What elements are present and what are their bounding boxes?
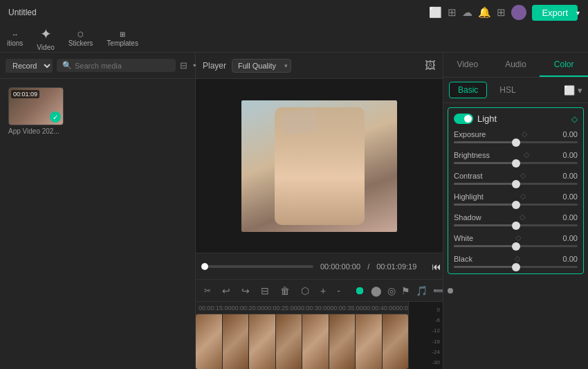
- undo-tool[interactable]: ↩: [219, 284, 233, 298]
- light-diamond-icon[interactable]: ◇: [571, 114, 578, 124]
- toolbar-transitions[interactable]: ↔ itions: [7, 30, 23, 47]
- ruler-mark: 00:00:30:00: [297, 305, 331, 312]
- marker-tool[interactable]: ⚑: [401, 285, 410, 296]
- light-header: Light ◇: [454, 114, 578, 124]
- brightness-slider[interactable]: [454, 162, 578, 164]
- highlight-label: Highlight: [454, 192, 484, 201]
- media-name: App Video 202...: [8, 127, 64, 135]
- brightness-row: Brightness ◇ 0.00: [454, 150, 578, 164]
- compare-icon[interactable]: ⬜: [564, 85, 575, 96]
- toolbar-effects[interactable]: ✦ Video: [37, 26, 54, 51]
- white-slider[interactable]: [454, 245, 578, 247]
- zoom-out-tool[interactable]: -: [334, 284, 343, 298]
- exposure-diamond-icon[interactable]: ◇: [522, 129, 527, 138]
- ripple-tool[interactable]: ⬤: [371, 285, 382, 296]
- avatar[interactable]: [511, 5, 526, 20]
- light-section: Light ◇ Exposure ◇ 0.00 Brightness ◇: [448, 107, 584, 274]
- toggle-knob: [464, 115, 472, 123]
- ruler-mark: 00:00:15:00: [199, 305, 232, 312]
- meter-panel: 0 -6 -12 -18 -24 -30: [408, 302, 443, 369]
- audio-tool[interactable]: 🎵: [416, 285, 428, 296]
- exposure-slider[interactable]: [454, 141, 578, 143]
- image-icon[interactable]: 🖼: [425, 60, 436, 72]
- black-diamond-icon[interactable]: ◇: [515, 254, 520, 263]
- export-button[interactable]: Export: [532, 5, 578, 21]
- toolbar: ↔ itions ✦ Video ⬡ Stickers ⊞ Templates: [0, 25, 588, 53]
- sidebar-search-bar: Record 🔍 ⊟ •••: [0, 53, 195, 79]
- highlight-value: 0.00: [563, 192, 578, 201]
- progress-bar[interactable]: [203, 265, 313, 268]
- expand-icon[interactable]: ▾: [578, 85, 582, 96]
- light-toggle[interactable]: [454, 114, 473, 124]
- contrast-value: 0.00: [563, 172, 578, 180]
- timeline-ruler: 00:00:15:00 00:00:20:00 00:00:25:00 00:0…: [196, 302, 408, 314]
- sub-tab-basic[interactable]: Basic: [449, 82, 487, 98]
- contrast-slider[interactable]: [454, 183, 578, 185]
- skip-back-button[interactable]: ⏮: [430, 260, 443, 273]
- titlebar-icons: ⬜ ⊞ ☁ 🔔 ⊞ Export ▾: [429, 5, 580, 21]
- contrast-header: Contrast ◇ 0.00: [454, 171, 578, 180]
- player-bar: Player Full Quality 1/2 Quality 1/4 Qual…: [196, 53, 443, 79]
- video-preview: [241, 100, 397, 232]
- thumb-frame: [196, 314, 223, 369]
- shadow-diamond-icon[interactable]: ◇: [520, 213, 525, 222]
- meter-tick-2: -12: [412, 327, 440, 334]
- shadow-value: 0.00: [563, 213, 578, 222]
- transitions-label: itions: [7, 39, 23, 47]
- black-label: Black: [454, 255, 472, 263]
- right-panel: Video Audio Color Basic HSL ⬜ ▾ Light ◇: [443, 53, 588, 369]
- timeline: ✂ ↩ ↪ ⊟ 🗑 ⬡ + - ⏺ ⬤ ◎ ⚑ 🎵 ➖ ➕ Meter ▲: [196, 279, 443, 369]
- record-dropdown[interactable]: Record: [6, 59, 53, 73]
- effects-label: Video: [37, 44, 54, 51]
- tab-color[interactable]: Color: [540, 53, 588, 77]
- meter-tick-3: -18: [412, 339, 440, 345]
- grid-icon: ⊞: [448, 6, 457, 19]
- thumb-frame: [223, 314, 250, 369]
- highlight-slider[interactable]: [454, 204, 578, 206]
- video-area: [196, 79, 443, 253]
- brightness-diamond-icon[interactable]: ◇: [524, 150, 529, 159]
- brightness-header: Brightness ◇ 0.00: [454, 150, 578, 159]
- titlebar-title: Untitled: [8, 8, 37, 17]
- stickers-label: Stickers: [68, 39, 93, 47]
- quality-select[interactable]: Full Quality 1/2 Quality 1/4 Quality: [232, 59, 291, 73]
- search-input[interactable]: [75, 62, 170, 70]
- zoom-in-tool[interactable]: +: [318, 284, 329, 298]
- search-wrap[interactable]: 🔍: [57, 59, 176, 72]
- video-track[interactable]: [199, 318, 408, 346]
- transition-tool[interactable]: ⬡: [298, 284, 312, 298]
- redo-tool[interactable]: ↪: [239, 284, 252, 298]
- contrast-diamond-icon[interactable]: ◇: [520, 171, 526, 180]
- magnetic-tool[interactable]: ◎: [387, 285, 396, 296]
- thumbnail-strip: [196, 314, 408, 369]
- meter-tick-4: -24: [412, 349, 440, 355]
- export-chevron-icon[interactable]: ▾: [576, 9, 580, 17]
- list-item[interactable]: 00:01:09 ✓ App Video 202...: [8, 87, 64, 135]
- monitor-icon: ⬜: [429, 6, 442, 19]
- white-header: White ◇ 0.00: [454, 233, 578, 242]
- filter-icon[interactable]: ⊟: [180, 60, 187, 71]
- tab-video[interactable]: Video: [443, 53, 492, 77]
- white-row: White ◇ 0.00: [454, 233, 578, 247]
- cut-tool[interactable]: ✂: [201, 285, 214, 297]
- shadow-slider[interactable]: [454, 224, 578, 226]
- split-tool[interactable]: ⊟: [258, 284, 272, 298]
- delete-tool[interactable]: 🗑: [277, 284, 293, 298]
- ruler-marks-row: 00:00:15:00 00:00:20:00 00:00:25:00 00:0…: [196, 305, 408, 312]
- thumb-frame: [329, 314, 356, 369]
- player-label: Player: [203, 61, 226, 71]
- sub-tab-hsl[interactable]: HSL: [491, 82, 524, 98]
- record-indicator[interactable]: ⏺: [354, 285, 365, 297]
- contrast-row: Contrast ◇ 0.00: [454, 171, 578, 185]
- playback-controls: 00:00:00:00 / 00:01:09:19 ⏮ ⏪ ▶ ⏹ { } ⊞ …: [196, 253, 443, 279]
- white-diamond-icon[interactable]: ◇: [515, 233, 521, 242]
- thumb-frame: [302, 314, 329, 369]
- toolbar-stickers[interactable]: ⬡ Stickers: [68, 30, 93, 47]
- ruler-mark: 00:00:40:00: [363, 305, 396, 312]
- tab-audio[interactable]: Audio: [492, 53, 540, 77]
- highlight-diamond-icon[interactable]: ◇: [520, 192, 526, 201]
- toolbar-templates[interactable]: ⊞ Templates: [107, 30, 138, 47]
- black-slider[interactable]: [454, 266, 578, 268]
- ruler-mark: 00:00:20:00: [232, 305, 265, 312]
- thumb-frame: [276, 314, 303, 369]
